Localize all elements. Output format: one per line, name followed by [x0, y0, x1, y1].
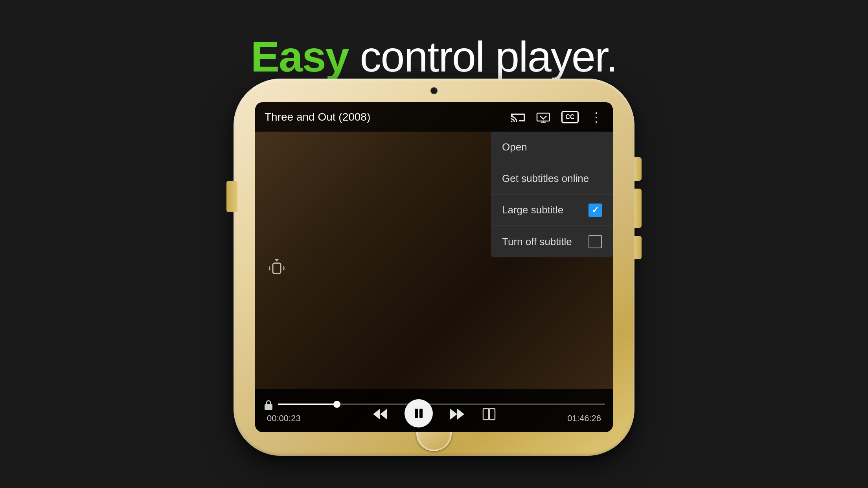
screen-mirror-button[interactable]	[536, 110, 550, 124]
phone-right-button-3	[634, 236, 642, 259]
phone-right-button-2	[634, 189, 642, 228]
playback-controls	[255, 399, 613, 427]
phone: Three and Out (2008)	[234, 79, 634, 456]
svg-rect-6	[419, 409, 423, 418]
svg-rect-0	[273, 263, 281, 273]
large-subtitle-checkbox[interactable]	[588, 204, 602, 217]
video-title: Three and Out (2008)	[265, 111, 511, 123]
phone-left-button	[226, 181, 237, 212]
svg-rect-5	[415, 409, 418, 418]
rotation-lock-icon[interactable]	[267, 256, 287, 278]
crop-button[interactable]	[482, 405, 497, 422]
skip-forward-button[interactable]	[449, 405, 466, 422]
headline-rest: control player.	[349, 32, 617, 81]
title-icons: CC ⋮	[511, 109, 603, 125]
phone-screen: Three and Out (2008)	[255, 102, 613, 432]
cc-button[interactable]: CC	[561, 111, 579, 123]
dropdown-item-get-subtitles[interactable]: Get subtitles online	[491, 163, 613, 194]
svg-marker-7	[457, 409, 464, 420]
svg-rect-1	[537, 113, 550, 121]
svg-marker-8	[450, 409, 457, 420]
phone-frame: Three and Out (2008)	[234, 79, 634, 456]
more-options-button[interactable]: ⋮	[590, 109, 603, 125]
headline-easy: Easy	[251, 32, 349, 81]
skip-back-button[interactable]	[371, 405, 389, 422]
front-camera	[430, 87, 438, 94]
headline: Easy control player.	[0, 31, 868, 81]
pause-button[interactable]	[405, 399, 433, 427]
turn-off-subtitle-checkbox[interactable]	[588, 235, 602, 248]
dropdown-label-get-subtitles: Get subtitles online	[502, 172, 589, 185]
dropdown-label-large-subtitle: Large subtitle	[502, 204, 563, 216]
phone-right-buttons	[634, 157, 642, 259]
dropdown-item-open[interactable]: Open	[491, 132, 613, 163]
svg-rect-10	[489, 409, 495, 420]
dropdown-label-turn-off-subtitle: Turn off subtitle	[502, 236, 572, 248]
dropdown-item-large-subtitle[interactable]: Large subtitle	[491, 194, 613, 226]
svg-marker-4	[380, 409, 387, 420]
svg-rect-9	[483, 409, 489, 420]
phone-right-button-1	[634, 157, 642, 181]
cast-button[interactable]	[511, 110, 525, 124]
dropdown-menu: Open Get subtitles online Large subtitle…	[491, 132, 613, 257]
controls-bar: 00:00:23 01:46:26	[255, 389, 613, 432]
svg-marker-3	[373, 409, 380, 420]
dropdown-label-open: Open	[502, 141, 527, 153]
dropdown-item-turn-off-subtitle[interactable]: Turn off subtitle	[491, 226, 613, 257]
title-bar: Three and Out (2008)	[255, 102, 613, 132]
